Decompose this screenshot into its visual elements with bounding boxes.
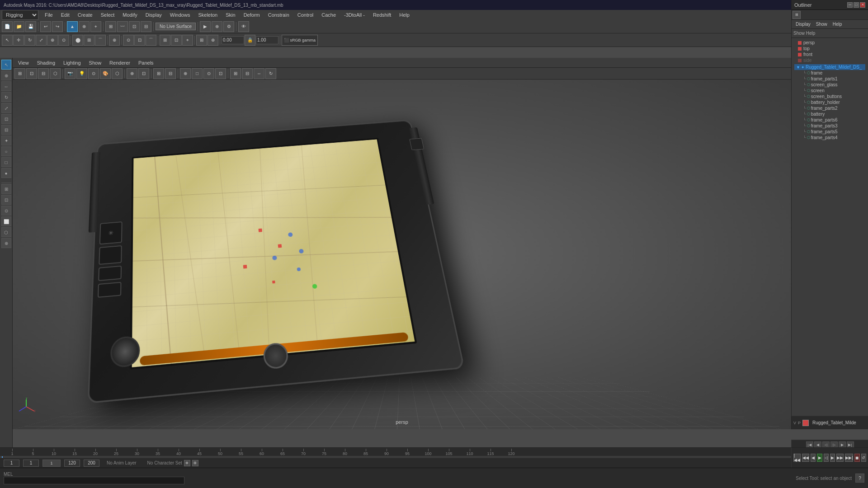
select-mode-btn[interactable]: ↖ <box>1 60 11 70</box>
new-scene-btn[interactable]: 📄 <box>2 21 13 32</box>
center-pivot-btn[interactable]: ⊕ <box>208 35 218 46</box>
vp-xray-btn[interactable]: ⊕ <box>127 68 137 79</box>
ik-spline-btn[interactable]: ⌒ <box>95 35 106 46</box>
tool12-btn[interactable]: ⊕ <box>1 238 11 248</box>
menu-windows[interactable]: Windows <box>166 11 194 19</box>
transport-prev-key[interactable]: ◀ <box>811 454 816 462</box>
outliner-side-camera[interactable]: side <box>794 57 865 63</box>
outliner-front-camera[interactable]: front <box>794 52 865 57</box>
vp-menu-panels[interactable]: Panels <box>135 59 157 66</box>
outliner-battery-holder[interactable]: └ ⬡ battery_holder <box>794 99 865 105</box>
outliner-frame-parts3[interactable]: └ ⬡ frame_parts3 <box>794 123 865 129</box>
transport-loop[interactable]: ↺ <box>861 454 866 462</box>
vp-menu-show[interactable]: Show <box>85 59 105 66</box>
menu-3dto[interactable]: -3DtoAll - <box>340 11 368 19</box>
vp-fit-btn[interactable]: ⊞ <box>230 68 241 79</box>
snap-grid-btn[interactable]: ⊞ <box>105 21 116 32</box>
snap-surface-btn[interactable]: ⊟ <box>141 21 151 32</box>
menu-skeleton[interactable]: Skeleton <box>194 11 221 19</box>
vp-tb1[interactable]: ⊞ <box>14 68 25 79</box>
save-btn[interactable]: 💾 <box>25 21 36 32</box>
start-frame-input[interactable] <box>23 460 39 467</box>
flat-btn[interactable]: ⬜ <box>1 216 11 226</box>
outliner-persp-camera[interactable]: persp <box>794 40 865 46</box>
ol-filter-btn[interactable]: ⊞ <box>793 11 801 19</box>
tool11-btn[interactable]: ● <box>1 168 11 178</box>
mel-input[interactable] <box>4 477 184 484</box>
menu-skin[interactable]: Skin <box>222 11 239 19</box>
joint-btn[interactable]: ⬤ <box>72 35 83 46</box>
vp-tb2[interactable]: ⊡ <box>26 68 37 79</box>
tool7-btn[interactable]: ⊟ <box>1 125 11 135</box>
menu-help[interactable]: Help <box>396 11 413 19</box>
snap-curve-btn[interactable]: 〰 <box>117 21 128 32</box>
transport-goto-end[interactable]: ▶▶| <box>845 454 853 462</box>
vp-joint-btn[interactable]: ⊡ <box>138 68 149 79</box>
smooth-btn[interactable]: ⊙ <box>1 206 11 216</box>
outliner-battery[interactable]: └ ⬡ battery <box>794 111 865 117</box>
universal-manip-btn[interactable]: ⊕ <box>47 35 58 46</box>
transport-step-back[interactable]: ◀◀ <box>802 454 809 462</box>
vp-dolly-btn[interactable]: ⊟ <box>242 68 253 79</box>
vp-tb4[interactable]: ⬡ <box>50 68 61 79</box>
main-viewport[interactable]: ✳ persp <box>13 80 791 429</box>
rotate-tool-btn[interactable]: ↻ <box>24 35 35 46</box>
ol-menu-help[interactable]: Help <box>830 21 844 27</box>
render-btn[interactable]: ▶ <box>200 21 211 32</box>
curve-ep-btn[interactable]: ⊙ <box>123 35 134 46</box>
open-btn[interactable]: 📁 <box>14 21 24 32</box>
lasso-btn[interactable]: ⌖ <box>90 21 101 32</box>
redo-btn[interactable]: ↪ <box>52 21 63 32</box>
vp-isolate-btn[interactable]: ⊕ <box>180 68 191 79</box>
outliner-top-camera[interactable]: top <box>794 46 865 52</box>
vp-menu-lighting[interactable]: Lighting <box>60 59 85 66</box>
outliner-screen-buttons[interactable]: └ ⬡ screen_buttons <box>794 94 865 99</box>
vp-bb-btn[interactable]: □ <box>192 68 203 79</box>
menu-redshift[interactable]: Redshift <box>369 11 395 19</box>
vp-rel-btn[interactable]: ⊡ <box>215 68 226 79</box>
scale-tool-btn[interactable]: ⤢ <box>36 35 47 46</box>
show-help-btn[interactable]: Show Help <box>792 29 868 38</box>
tool10-btn[interactable]: □ <box>1 157 11 167</box>
rotate-mode-btn[interactable]: ↻ <box>1 92 11 102</box>
outliner-frame-parts4[interactable]: └ ⬡ frame_parts4 <box>794 135 865 141</box>
display-toggle-btn[interactable]: ⊞ <box>1 184 11 194</box>
menu-deform[interactable]: Deform <box>240 11 264 19</box>
outliner-screen-glass[interactable]: └ ⬡ screen_glass <box>794 82 865 88</box>
wireframe-btn[interactable]: ⊡ <box>1 195 11 205</box>
transport-goto-start[interactable]: |◀◀ <box>793 454 801 462</box>
value1-input[interactable] <box>222 36 244 44</box>
curve-bezier-btn[interactable]: ⌒ <box>146 35 156 46</box>
menu-cache[interactable]: Cache <box>318 11 340 19</box>
snap-point-btn[interactable]: ⊡ <box>129 21 140 32</box>
undo-btn[interactable]: ↩ <box>40 21 51 32</box>
vp-orbit-btn[interactable]: ↻ <box>265 68 276 79</box>
ipr-btn[interactable]: ⊕ <box>212 21 222 32</box>
vp-tb3[interactable]: ⊟ <box>38 68 49 79</box>
vp-mat-btn[interactable]: ⬡ <box>112 68 123 79</box>
char-set-btn1[interactable]: ⊕ <box>184 460 190 466</box>
vp-texture-btn[interactable]: 🎨 <box>100 68 111 79</box>
show-manip-btn[interactable]: ⊕ <box>109 35 120 46</box>
vp-menu-renderer[interactable]: Renderer <box>106 59 134 66</box>
transport-play[interactable]: ▶ <box>817 454 822 462</box>
tool9-btn[interactable]: ○ <box>1 146 11 156</box>
snap-curve2-btn[interactable]: ⌖ <box>182 35 193 46</box>
transport-play-rev[interactable]: ◁ <box>824 454 829 462</box>
snap-pts-btn[interactable]: ⊡ <box>171 35 182 46</box>
transport-next-key[interactable]: ▶ <box>830 454 835 462</box>
outliner-minimize[interactable]: ─ <box>847 2 853 8</box>
paint-select-mode-btn[interactable]: ⊕ <box>1 70 11 80</box>
render-settings-btn[interactable]: ⚙ <box>223 21 234 32</box>
vp-smooth-btn[interactable]: ⊙ <box>203 68 214 79</box>
mode-selector[interactable]: Rigging Animation Modeling Rendering <box>2 10 38 20</box>
bounding-btn[interactable]: ⬡ <box>1 227 11 237</box>
move-mode-btn[interactable]: ↔ <box>1 81 11 91</box>
menu-file[interactable]: File <box>41 11 57 19</box>
char-set-btn2[interactable]: ⊞ <box>192 460 198 466</box>
show-hide-btn[interactable]: 👁 <box>238 21 249 32</box>
vp-menu-view[interactable]: View <box>14 59 33 66</box>
ol-menu-show[interactable]: Show <box>814 21 830 27</box>
snap-grid2-btn[interactable]: ⊞ <box>160 35 170 46</box>
scale-mode-btn[interactable]: ⤢ <box>1 103 11 113</box>
